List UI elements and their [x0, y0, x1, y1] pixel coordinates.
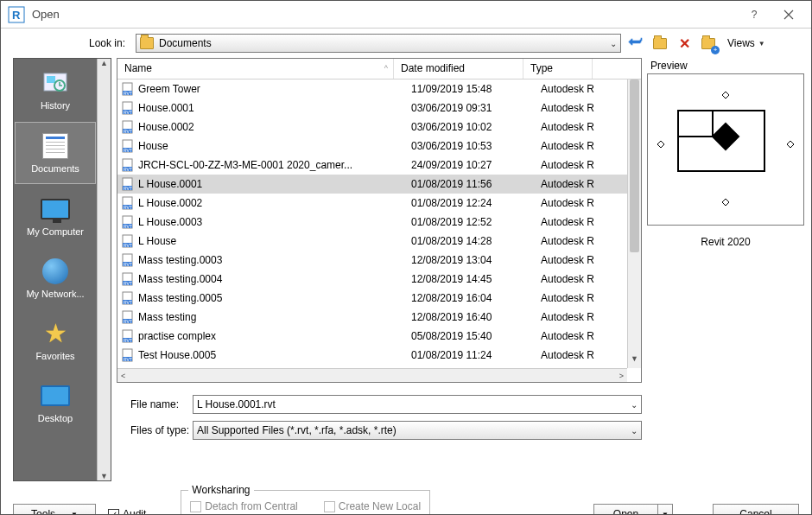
preview-pane: Preview Revit 2020: [647, 58, 804, 481]
place-history[interactable]: History: [14, 59, 97, 121]
file-name-cell: L House.0001: [138, 178, 411, 190]
file-name-combo[interactable]: L House.0001.rvt ⌄: [193, 395, 642, 414]
file-type-cell: Autodesk R: [541, 254, 610, 266]
file-name-cell: House.0002: [138, 121, 411, 133]
open-button[interactable]: Open: [593, 504, 657, 515]
folder-icon: [140, 37, 154, 49]
column-header-name[interactable]: Name ^: [117, 59, 394, 79]
look-in-label: Look in:: [16, 37, 130, 49]
cancel-button[interactable]: Cancel: [713, 504, 799, 515]
mycomputer-icon: [40, 195, 71, 223]
desktop-icon: [40, 382, 71, 410]
file-name-cell: JRCH-SCL-00-ZZ-M3-ME-0001 2020_camer...: [138, 159, 411, 171]
views-dropdown[interactable]: Views ▼: [723, 34, 770, 53]
column-header-date[interactable]: Date modified: [394, 59, 523, 79]
place-desktop[interactable]: Desktop: [14, 372, 97, 434]
scroll-thumb[interactable]: [630, 79, 639, 252]
file-row[interactable]: RVTL House01/08/2019 14:28Autodesk R: [117, 232, 641, 251]
file-row[interactable]: RVTGreem Tower11/09/2019 15:48Autodesk R: [117, 79, 641, 99]
audit-checkbox[interactable]: ✓ Audit: [108, 504, 146, 515]
chevron-down-icon: ⌄: [610, 39, 617, 48]
file-row[interactable]: RVTHouse03/06/2019 10:53Autodesk R: [117, 137, 641, 156]
svg-text:RVT: RVT: [124, 357, 132, 362]
place-label: Favorites: [35, 351, 74, 361]
file-row[interactable]: RVTMass testing.000512/08/2019 16:04Auto…: [117, 289, 641, 308]
svg-text:RVT: RVT: [124, 281, 132, 286]
up-folder-button[interactable]: [650, 34, 669, 53]
rvt-file-icon: RVT: [121, 215, 135, 229]
file-row[interactable]: RVTpractise complex05/08/2019 15:40Autod…: [117, 327, 641, 346]
files-of-type-combo[interactable]: All Supported Files (*.rvt, *.rfa, *.ads…: [193, 421, 642, 440]
file-row[interactable]: RVTL House.000101/08/2019 11:56Autodesk …: [117, 175, 641, 194]
look-in-combo[interactable]: Documents ⌄: [136, 34, 621, 53]
file-row[interactable]: RVTMass testing.000412/08/2019 14:45Auto…: [117, 270, 641, 289]
place-label: Documents: [31, 163, 79, 174]
place-favorites[interactable]: ★Favorites: [14, 309, 97, 372]
file-row[interactable]: RVTMass testing.000312/08/2019 13:04Auto…: [117, 251, 641, 270]
file-type-cell: Autodesk R: [541, 292, 610, 304]
place-documents[interactable]: Documents: [15, 122, 96, 184]
title-bar: R Open ?: [1, 1, 811, 29]
sort-indicator-icon: ^: [384, 64, 388, 73]
scroll-down-icon: ▼: [100, 472, 108, 480]
rvt-file-icon: RVT: [121, 196, 135, 210]
file-type-cell: Autodesk R: [541, 159, 610, 171]
rvt-file-icon: RVT: [121, 82, 135, 96]
file-type-cell: Autodesk R: [541, 273, 610, 285]
check-icon: ✓: [108, 509, 119, 516]
column-header-type[interactable]: Type: [523, 59, 593, 79]
file-list-vscrollbar[interactable]: ▲ ▼: [627, 79, 641, 368]
file-row[interactable]: RVTHouse.000103/06/2019 09:31Autodesk R: [117, 99, 641, 118]
file-date-cell: 01/08/2019 11:56: [411, 178, 541, 190]
file-date-cell: 12/08/2019 14:45: [411, 273, 541, 285]
scroll-down-icon: ▼: [628, 354, 641, 368]
file-name-cell: House.0001: [138, 102, 411, 114]
open-dropdown-button[interactable]: ▼: [657, 504, 673, 515]
rvt-file-icon: RVT: [121, 272, 135, 286]
chevron-down-icon: ▼: [758, 40, 765, 48]
delete-button[interactable]: ✕: [675, 34, 694, 53]
scroll-left-icon: <: [121, 372, 125, 380]
back-button[interactable]: ⮨: [626, 34, 645, 53]
rvt-file-icon: RVT: [121, 329, 135, 343]
file-name-cell: practise complex: [138, 330, 411, 342]
place-mycomputer[interactable]: My Computer: [14, 185, 97, 247]
x-icon: ✕: [679, 35, 690, 52]
close-button[interactable]: [771, 1, 806, 29]
create-local-checkbox[interactable]: Create New Local: [324, 500, 421, 512]
help-button[interactable]: ?: [737, 1, 771, 29]
files-of-type-label: Files of type:: [117, 424, 193, 436]
file-row[interactable]: RVTL House.000201/08/2019 12:24Autodesk …: [117, 194, 641, 213]
detach-checkbox[interactable]: Detach from Central: [190, 500, 297, 512]
place-label: My Computer: [27, 226, 84, 237]
file-row[interactable]: RVTTest House.000501/08/2019 11:24Autode…: [117, 346, 641, 365]
file-name-cell: House: [138, 140, 411, 152]
file-type-cell: Autodesk R: [541, 330, 610, 342]
file-row[interactable]: RVTMass testing12/08/2019 16:40Autodesk …: [117, 308, 641, 327]
svg-text:RVT: RVT: [124, 129, 132, 134]
places-scrollbar[interactable]: ▲ ▼: [97, 59, 111, 480]
file-type-cell: Autodesk R: [541, 102, 610, 114]
place-mynetwork[interactable]: My Network...: [14, 247, 97, 309]
file-type-cell: Autodesk R: [541, 349, 610, 361]
file-date-cell: 03/06/2019 10:53: [411, 140, 541, 152]
places-bar: HistoryDocumentsMy ComputerMy Network...…: [13, 58, 111, 481]
history-icon: [40, 69, 71, 97]
file-date-cell: 24/09/2019 10:27: [411, 159, 541, 171]
file-list-hscrollbar[interactable]: < >: [117, 368, 627, 382]
file-date-cell: 01/08/2019 11:24: [411, 349, 541, 361]
place-label: Desktop: [38, 413, 73, 423]
new-folder-button[interactable]: +: [699, 34, 718, 53]
tools-button[interactable]: Tools ▼: [13, 504, 96, 515]
arrow-left-icon: ⮨: [629, 35, 643, 51]
svg-text:RVT: RVT: [124, 300, 132, 305]
file-type-cell: Autodesk R: [541, 311, 610, 323]
plus-icon: +: [711, 46, 720, 54]
chevron-down-icon: ▼: [71, 511, 78, 516]
file-row[interactable]: RVTJRCH-SCL-00-ZZ-M3-ME-0001 2020_camer.…: [117, 156, 641, 175]
file-row[interactable]: RVTHouse.000203/06/2019 10:02Autodesk R: [117, 118, 641, 137]
file-type-cell: Autodesk R: [541, 121, 610, 133]
place-label: My Network...: [26, 289, 84, 299]
file-row[interactable]: RVTL House.000301/08/2019 12:52Autodesk …: [117, 213, 641, 232]
rvt-file-icon: RVT: [121, 139, 135, 153]
